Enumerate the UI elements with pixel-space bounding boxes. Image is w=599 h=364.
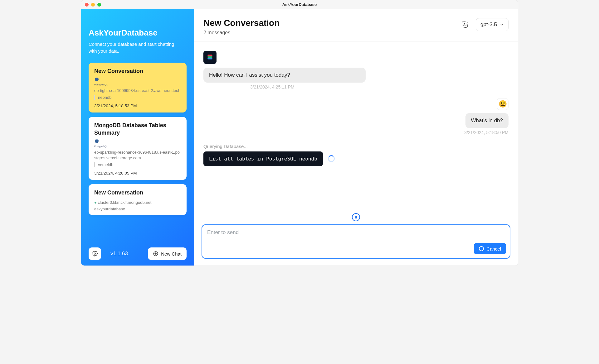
- db-engine-label: PostgreSQL: [94, 145, 181, 148]
- app-tagline: Connect your database and start chatting…: [89, 41, 182, 55]
- conversation-list: New Conversation PostgreSQL ep-tight-sea…: [89, 63, 187, 243]
- postgresql-icon: [94, 139, 99, 144]
- composer-area: Cancel: [194, 224, 518, 266]
- svg-rect-8: [207, 56, 212, 58]
- message-bot: Hello! How can I assist you today? 3/21/…: [203, 51, 509, 89]
- sidebar: AskYourDatabase Connect your database an…: [81, 9, 194, 266]
- cancel-label: Cancel: [486, 246, 501, 251]
- titlebar: AskYourDatabase: [81, 0, 518, 9]
- db-name: verceldb: [94, 162, 181, 167]
- model-label: gpt-3.5: [480, 22, 497, 28]
- chevron-down-icon: [499, 22, 504, 27]
- svg-text:AI: AI: [463, 23, 466, 26]
- chat-title: New Conversation: [203, 18, 280, 28]
- new-chat-label: New Chat: [161, 251, 182, 256]
- chat-header: New Conversation 2 messages AI gpt-3.5: [194, 9, 518, 41]
- bot-avatar: [203, 51, 217, 64]
- message-bubble: Hello! How can I assist you today?: [203, 68, 366, 83]
- db-host: cluster0.kkmcklr.mongodb.net: [98, 200, 151, 205]
- svg-marker-0: [92, 251, 98, 256]
- ai-mode-button[interactable]: AI: [458, 18, 471, 31]
- pause-icon: [479, 246, 484, 251]
- ai-chip-icon: AI: [460, 19, 470, 30]
- user-avatar: 😃: [497, 98, 509, 110]
- smile-emoji-icon: 😃: [499, 100, 507, 108]
- postgresql-icon: [94, 77, 99, 82]
- pause-row: [194, 211, 518, 224]
- db-engine-label: PostgreSQL: [94, 83, 181, 86]
- query-status-label: Querying Database...: [203, 144, 509, 149]
- conversation-timestamp: 3/21/2024, 4:28:05 PM: [94, 171, 181, 175]
- pause-icon: [354, 216, 358, 219]
- svg-rect-9: [207, 58, 212, 59]
- message-bubble: What's in db?: [465, 113, 509, 128]
- version-label: v1.1.63: [110, 251, 128, 257]
- query-progress-block: Querying Database... List all tables in …: [203, 144, 509, 166]
- close-window-button[interactable]: [85, 3, 89, 7]
- settings-button[interactable]: [89, 247, 101, 260]
- message-composer: Cancel: [202, 224, 510, 259]
- conversation-card[interactable]: New Conversation ● cluster0.kkmcklr.mong…: [89, 184, 187, 215]
- svg-rect-13: [482, 248, 482, 250]
- conversation-card[interactable]: MongoDB Database Tables Summary PostgreS…: [89, 117, 187, 180]
- minimize-window-button[interactable]: [91, 3, 95, 7]
- conversation-title: New Conversation: [94, 189, 181, 196]
- svg-rect-10: [355, 216, 356, 218]
- message-user: 😃 What's in db? 3/21/2024, 5:18:50 PM: [203, 98, 509, 135]
- gear-icon: [92, 251, 98, 257]
- sidebar-footer: v1.1.63 New Chat: [89, 242, 187, 260]
- app-brand: AskYourDatabase: [89, 28, 187, 38]
- pause-generation-button[interactable]: [352, 213, 360, 221]
- svg-rect-7: [207, 55, 212, 56]
- message-input[interactable]: [207, 229, 505, 251]
- message-timestamp: 3/21/2024, 5:18:50 PM: [464, 130, 509, 135]
- conversation-title: New Conversation: [94, 68, 181, 75]
- window-controls: [85, 3, 101, 7]
- model-selector[interactable]: gpt-3.5: [476, 18, 509, 31]
- chat-scroll-area[interactable]: Hello! How can I assist you today? 3/21/…: [194, 41, 518, 211]
- db-host: ep-sparkling-resonance-36964818.us-east-…: [94, 150, 181, 160]
- loading-spinner-icon: [328, 155, 335, 162]
- svg-rect-11: [356, 216, 357, 218]
- maximize-window-button[interactable]: [97, 3, 101, 7]
- chat-panel: New Conversation 2 messages AI gpt-3.5: [194, 9, 518, 266]
- conversation-title: MongoDB Database Tables Summary: [94, 122, 181, 136]
- db-host: ep-tight-sea-10099984.us-east-2.aws.neon…: [94, 88, 181, 93]
- svg-point-1: [94, 253, 96, 254]
- window-title: AskYourDatabase: [81, 2, 518, 7]
- new-chat-button[interactable]: New Chat: [148, 247, 187, 260]
- plus-circle-icon: [153, 251, 158, 256]
- mongodb-icon: ●: [94, 200, 97, 205]
- database-stack-icon: [206, 53, 214, 61]
- db-name: askyourdatabase: [94, 206, 181, 212]
- svg-rect-12: [481, 248, 481, 250]
- conversation-timestamp: 3/21/2024, 5:18:53 PM: [94, 103, 181, 108]
- conversation-card[interactable]: New Conversation PostgreSQL ep-tight-sea…: [89, 63, 187, 113]
- cancel-button[interactable]: Cancel: [474, 243, 506, 254]
- message-timestamp: 3/21/2024, 4:25:11 PM: [250, 84, 295, 89]
- query-code: List all tables in PostgreSQL neondb: [203, 151, 323, 166]
- app-window: AskYourDatabase AskYourDatabase Connect …: [81, 0, 518, 266]
- chat-message-count: 2 messages: [203, 30, 280, 36]
- db-name: neondb: [94, 95, 181, 100]
